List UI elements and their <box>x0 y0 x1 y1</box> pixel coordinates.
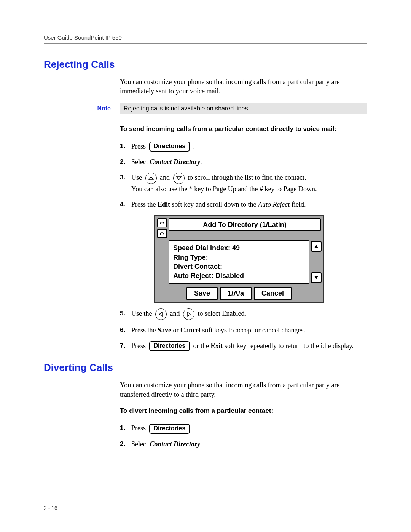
body-column: You can customize your phone so that inc… <box>120 77 367 96</box>
step-list: 1. Press Directories . 2. Select Contact… <box>120 141 367 351</box>
svg-marker-1 <box>177 177 181 180</box>
scroll-down-icon <box>311 272 322 283</box>
step-6: 6. Press the Save or Cancel soft keys to… <box>120 325 367 335</box>
scroll-up-icon <box>311 241 322 252</box>
lcd-line: Ring Type: <box>173 253 305 262</box>
section-heading-diverting: Diverting Calls <box>44 362 367 374</box>
arrow-left-icon <box>155 308 167 320</box>
lcd-line: Auto Reject: Disabled <box>173 271 305 280</box>
page: User Guide SoundPoint IP 550 Rejecting C… <box>0 0 411 532</box>
directories-key: Directories <box>149 341 190 351</box>
body-column: You can customize your phone so that inc… <box>120 380 367 449</box>
lcd-screen: Add To Directory (1/Latin) Speed Dial In… <box>154 215 324 303</box>
svg-marker-2 <box>314 245 318 248</box>
line-key-icons <box>157 218 167 238</box>
step-5: 5. Use the and to select Enabled. <box>120 308 367 320</box>
softkey-cancel: Cancel <box>254 287 292 300</box>
arrow-up-icon <box>145 173 157 184</box>
step-2: 2. Select Contact Directory. <box>120 439 367 449</box>
lcd-scroll <box>311 240 321 283</box>
step-2: 2. Select Contact Directory. <box>120 157 367 167</box>
svg-marker-0 <box>149 177 153 180</box>
svg-marker-3 <box>314 276 318 279</box>
svg-marker-4 <box>159 312 162 316</box>
intro-text: You can customize your phone so that inc… <box>120 77 367 96</box>
header-rule <box>44 43 367 44</box>
step-1: 1. Press Directories . <box>120 141 367 152</box>
handset-icon <box>157 229 167 238</box>
directories-key: Directories <box>149 424 190 434</box>
procedure-heading: To send incoming calls from a particular… <box>120 125 367 134</box>
arrow-right-icon <box>183 308 194 320</box>
directories-key: Directories <box>149 142 190 152</box>
step-7: 7. Press Directories or the Exit soft ke… <box>120 341 367 351</box>
lcd-body: Speed Dial Index: 49 Ring Type: Divert C… <box>169 240 309 283</box>
lcd-line: Divert Contact: <box>173 262 305 271</box>
softkey-row: Save 1/A/a Cancel <box>157 287 321 300</box>
running-header: User Guide SoundPoint IP 550 <box>44 34 367 43</box>
step-list: 1. Press Directories . 2. Select Contact… <box>120 423 367 449</box>
svg-marker-5 <box>187 312 190 316</box>
step-1: 1. Press Directories . <box>120 423 367 434</box>
note-body: Rejecting calls is not available on shar… <box>120 103 367 114</box>
step-3: 3. Use and to scroll through the list to… <box>120 173 367 194</box>
body-column: To send incoming calls from a particular… <box>120 125 367 351</box>
lcd-line: Speed Dial Index: 49 <box>173 243 305 252</box>
lcd-title: Add To Directory (1/Latin) <box>169 218 321 231</box>
step-4: 4. Press the Edit soft key and scroll do… <box>120 200 367 303</box>
note-label: Note <box>44 103 120 114</box>
page-number: 2 - 16 <box>44 505 57 511</box>
section-heading-rejecting: Rejecting Calls <box>44 59 367 70</box>
softkey-save: Save <box>186 287 218 300</box>
intro-text: You can customize your phone so that inc… <box>120 380 367 399</box>
softkey-mode: 1/A/a <box>220 287 252 300</box>
procedure-heading: To divert incoming calls from a particul… <box>120 407 367 415</box>
phone-lcd-screenshot: Add To Directory (1/Latin) Speed Dial In… <box>154 215 367 303</box>
handset-icon <box>157 218 167 227</box>
arrow-down-icon <box>173 173 185 184</box>
note-block: Note Rejecting calls is not available on… <box>44 103 367 114</box>
